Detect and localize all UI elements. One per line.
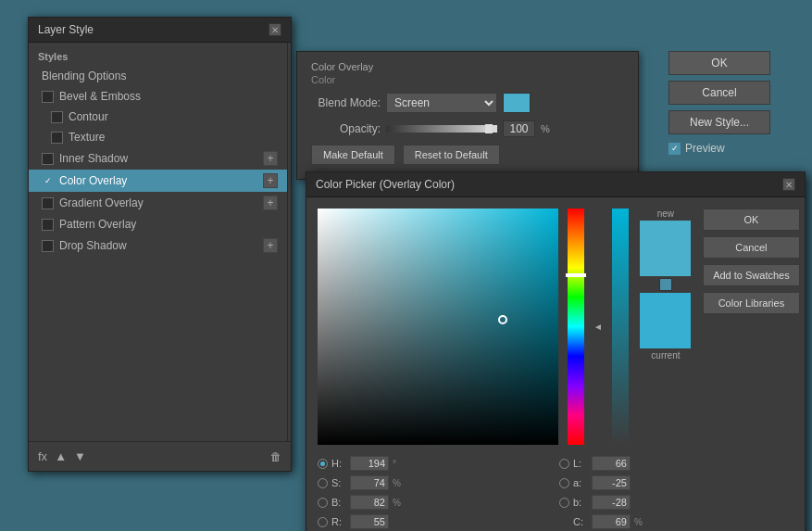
alpha-slider[interactable] [612, 209, 629, 445]
pattern-overlay-checkbox[interactable] [42, 219, 54, 231]
layer-style-titlebar: Layer Style ✕ [29, 18, 291, 43]
color-overlay-checkbox[interactable] [42, 175, 54, 187]
add-to-swatches-button[interactable]: Add to Swatches [703, 264, 800, 286]
opacity-slider-container: % [386, 120, 624, 137]
blend-mode-row: Blend Mode: Screen Normal Multiply [311, 93, 624, 113]
color-picker-right-buttons: OK Cancel Add to Swatches Color Librarie… [703, 209, 800, 445]
layer-style-content: Styles Blending Options Bevel & Emboss C… [29, 43, 291, 441]
sidebar-item-bevel[interactable]: Bevel & Emboss [29, 86, 287, 107]
l-input[interactable] [592, 456, 631, 471]
sidebar-item-inner-shadow[interactable]: Inner Shadow + [29, 147, 287, 170]
layer-style-close[interactable]: ✕ [269, 23, 281, 36]
s-radio[interactable] [318, 478, 328, 488]
reset-default-button[interactable]: Reset to Default [403, 145, 500, 165]
color-overlay-add[interactable]: + [263, 173, 278, 188]
b-label: B: [331, 497, 346, 508]
h-label: H: [331, 458, 346, 469]
opacity-row: Opacity: % [311, 120, 624, 137]
l-radio[interactable] [559, 459, 569, 469]
sidebar-item-color-overlay[interactable]: Color Overlay + [29, 170, 287, 192]
h-radio[interactable] [318, 459, 328, 469]
s-unit: % [393, 478, 401, 488]
preview-checkbox[interactable] [668, 143, 681, 155]
color-libraries-button[interactable]: Color Libraries [703, 292, 800, 314]
co-subtitle: Color [311, 74, 624, 85]
inner-shadow-checkbox[interactable] [42, 153, 54, 165]
a-input[interactable] [592, 475, 631, 490]
l-label: L: [573, 458, 588, 469]
color-overlay-label: Color Overlay [59, 174, 127, 187]
hue-slider[interactable] [568, 209, 584, 445]
hue-thumb [566, 273, 586, 277]
hue-arrow: ◄ [593, 209, 603, 445]
drop-shadow-label: Drop Shadow [59, 239, 127, 252]
new-style-button[interactable]: New Style... [668, 110, 770, 134]
r-row: R: [318, 514, 552, 529]
sidebar-item-contour[interactable]: Contour [29, 107, 287, 127]
new-swatch-label: new [657, 209, 674, 219]
co-buttons: Make Default Reset to Default [311, 145, 624, 165]
opacity-label: Opacity: [311, 122, 381, 135]
l-row: L: [559, 456, 793, 471]
b3-radio[interactable] [559, 498, 569, 508]
b-row: B: % [318, 495, 552, 510]
move-up-icon[interactable]: ▲ [55, 449, 67, 463]
opacity-slider[interactable] [386, 125, 497, 133]
color-overlay-panel: Color Overlay Color Blend Mode: Screen N… [296, 51, 639, 180]
color-picker-titlebar: Color Picker (Overlay Color) ✕ [306, 172, 805, 197]
make-default-button[interactable]: Make Default [311, 145, 395, 165]
swatch-icon [659, 278, 672, 291]
sidebar-item-gradient-overlay[interactable]: Gradient Overlay + [29, 192, 287, 214]
b3-input[interactable] [592, 495, 631, 510]
r-input[interactable] [350, 514, 389, 529]
color-field-cursor [498, 315, 507, 324]
s-input[interactable] [350, 475, 389, 490]
new-color-swatch[interactable] [640, 221, 691, 276]
sidebar-item-texture[interactable]: Texture [29, 127, 287, 147]
bevel-checkbox[interactable] [42, 91, 54, 103]
color-picker-title: Color Picker (Overlay Color) [316, 178, 455, 191]
layer-style-title: Layer Style [38, 23, 94, 36]
gradient-overlay-label: Gradient Overlay [59, 196, 144, 209]
overlay-color-swatch[interactable] [503, 93, 531, 113]
gradient-overlay-add[interactable]: + [263, 196, 278, 210]
b-radio[interactable] [318, 498, 328, 508]
color-values-right: L: a: b: C: % M: [559, 456, 793, 531]
ok-button[interactable]: OK [668, 51, 770, 75]
contour-checkbox[interactable] [51, 111, 63, 123]
blending-options-label: Blending Options [42, 70, 126, 82]
r-radio[interactable] [318, 517, 328, 527]
sidebar-blending-options[interactable]: Blending Options [29, 66, 287, 86]
c-label: C: [573, 516, 588, 527]
current-color-swatch[interactable] [640, 293, 691, 348]
blend-mode-select[interactable]: Screen Normal Multiply [386, 93, 497, 113]
opacity-input[interactable] [503, 120, 535, 137]
color-picker-close[interactable]: ✕ [782, 178, 795, 191]
inner-shadow-add[interactable]: + [263, 151, 278, 166]
h-input[interactable] [350, 456, 389, 471]
cp-ok-button[interactable]: OK [703, 209, 800, 231]
gradient-overlay-checkbox[interactable] [42, 197, 54, 209]
drop-shadow-checkbox[interactable] [42, 240, 54, 252]
fx-icon[interactable]: fx [38, 449, 47, 463]
b-input[interactable] [350, 495, 389, 510]
sidebar-item-drop-shadow[interactable]: Drop Shadow + [29, 234, 287, 257]
cp-cancel-button[interactable]: Cancel [703, 236, 800, 259]
cancel-button[interactable]: Cancel [668, 81, 770, 105]
color-gradient-field[interactable] [318, 209, 558, 445]
sidebar-styles-title: Styles [29, 47, 287, 66]
right-panel-buttons: OK Cancel New Style... Preview [668, 51, 770, 155]
contour-label: Contour [69, 110, 108, 123]
drop-shadow-add[interactable]: + [263, 238, 278, 253]
texture-checkbox[interactable] [51, 132, 63, 144]
opacity-percent: % [541, 123, 550, 134]
sidebar-item-pattern-overlay[interactable]: Pattern Overlay [29, 214, 287, 234]
c-unit: % [634, 517, 643, 527]
c-row: C: % [559, 514, 793, 529]
layer-style-dialog: Layer Style ✕ Styles Blending Options Be… [28, 17, 292, 472]
color-swatches: new current [638, 209, 693, 445]
c-input[interactable] [592, 514, 631, 529]
a-radio[interactable] [559, 478, 569, 488]
trash-icon[interactable]: 🗑 [270, 450, 281, 463]
move-down-icon[interactable]: ▼ [74, 449, 86, 463]
